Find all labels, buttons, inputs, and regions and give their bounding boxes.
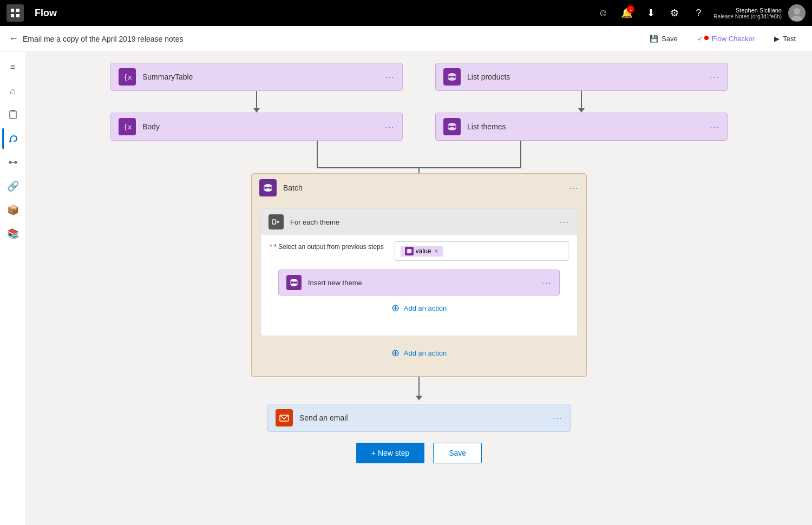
- token-remove[interactable]: ×: [434, 247, 438, 255]
- send-email-block[interactable]: Send an email ···: [267, 404, 571, 432]
- send-email-icon: [276, 409, 293, 426]
- user-info: Stephen Siciliano Release Notes (org3d1f…: [713, 7, 782, 19]
- svg-point-16: [448, 77, 456, 81]
- svg-rect-33: [272, 220, 276, 224]
- parallel-tracks: {x} SummaryTable ··· {x} Body: [67, 63, 771, 141]
- body-block[interactable]: {x} Body ···: [110, 113, 403, 141]
- value-token: value ×: [401, 246, 443, 257]
- foreach-token-input[interactable]: value ×: [395, 241, 568, 261]
- svg-point-9: [9, 161, 11, 164]
- svg-point-4: [794, 8, 800, 15]
- connector-1: [253, 91, 260, 113]
- svg-point-29: [264, 184, 272, 187]
- sidebar-item-clipboard[interactable]: [2, 104, 24, 126]
- insert-new-theme-block[interactable]: Insert new theme ···: [278, 270, 560, 296]
- svg-point-19: [448, 123, 456, 126]
- bell-icon[interactable]: 🔔 1: [618, 4, 636, 22]
- flow-checker-button[interactable]: ✓ Flow Checker: [690, 31, 762, 46]
- connector-2: [578, 91, 585, 113]
- back-button[interactable]: ←: [9, 33, 18, 44]
- svg-point-21: [448, 127, 456, 130]
- list-themes-title: List themes: [467, 122, 710, 131]
- svg-rect-2: [11, 14, 14, 17]
- svg-text:{x}: {x}: [123, 73, 132, 81]
- settings-icon[interactable]: ⚙: [666, 4, 683, 22]
- sidebar-item-library[interactable]: 📚: [2, 223, 24, 245]
- svg-rect-3: [16, 14, 19, 17]
- summary-table-icon: {x}: [119, 68, 136, 86]
- app-body: ≡ ⌂ 🔗 📦 📚 {x}: [0, 52, 812, 525]
- foreach-field-label: * * Select an output from previous steps: [270, 241, 384, 251]
- user-name: Stephen Siciliano: [736, 7, 782, 14]
- body-menu[interactable]: ···: [385, 122, 395, 131]
- svg-point-14: [448, 73, 456, 76]
- flow-canvas: {x} SummaryTable ··· {x} Body: [67, 63, 771, 463]
- flow-title: Email me a copy of the April 2019 releas…: [23, 35, 184, 43]
- sidebar-item-flows[interactable]: [2, 128, 24, 149]
- add-action-inner-button[interactable]: ⊕ Add an action: [270, 296, 568, 320]
- list-products-title: List products: [467, 73, 710, 81]
- save-icon: 💾: [650, 35, 658, 43]
- add-action-outer-button[interactable]: ⊕ Add an action: [252, 340, 586, 365]
- merge-connector: [230, 141, 608, 173]
- main-content: {x} SummaryTable ··· {x} Body: [26, 52, 812, 525]
- download-icon[interactable]: ⬇: [642, 4, 659, 22]
- send-email-title: Send an email: [299, 414, 553, 422]
- insert-menu[interactable]: ···: [542, 278, 552, 287]
- token-db-icon: [405, 247, 414, 255]
- sidebar-item-hamburger[interactable]: ≡: [2, 56, 24, 78]
- batch-title: Batch: [283, 183, 569, 192]
- add-action-outer-icon: ⊕: [391, 347, 400, 359]
- list-products-menu[interactable]: ···: [710, 73, 719, 81]
- connector-to-email: [392, 377, 446, 404]
- list-products-icon: [443, 68, 461, 86]
- sidebar-item-packages[interactable]: 📦: [2, 199, 24, 221]
- svg-rect-1: [16, 9, 19, 12]
- svg-point-38: [291, 279, 297, 282]
- new-step-button[interactable]: + New step: [356, 443, 424, 463]
- foreach-title: For each theme: [290, 218, 560, 226]
- user-org: Release Notes (org3d1fe8b): [713, 14, 782, 19]
- insert-icon: [286, 275, 302, 290]
- svg-rect-0: [11, 9, 14, 12]
- track-2: List products ··· List themes ···: [435, 63, 728, 141]
- svg-point-41: [291, 284, 297, 286]
- secondbar: ← Email me a copy of the April 2019 rele…: [0, 26, 812, 52]
- grid-icon[interactable]: [6, 4, 24, 22]
- summary-table-block[interactable]: {x} SummaryTable ···: [110, 63, 403, 91]
- foreach-body: * * Select an output from previous steps…: [261, 235, 577, 327]
- summary-table-menu[interactable]: ···: [385, 73, 395, 81]
- save-button[interactable]: 💾 Save: [642, 31, 685, 46]
- bottom-save-button[interactable]: Save: [433, 443, 482, 463]
- list-themes-block[interactable]: List themes ···: [435, 113, 728, 141]
- svg-rect-7: [11, 110, 15, 111]
- svg-text:{x}: {x}: [123, 123, 132, 131]
- list-themes-menu[interactable]: ···: [710, 122, 719, 131]
- svg-point-8: [9, 140, 11, 142]
- svg-rect-6: [10, 111, 16, 119]
- sidebar-item-home[interactable]: ⌂: [2, 80, 24, 102]
- svg-point-32: [264, 188, 272, 192]
- sidebar-item-connections[interactable]: [2, 152, 24, 173]
- send-email-menu[interactable]: ···: [553, 414, 562, 422]
- sidebar-item-link[interactable]: 🔗: [2, 175, 24, 197]
- foreach-container: For each theme ··· * * Select an output …: [260, 208, 578, 336]
- avatar[interactable]: [788, 4, 806, 22]
- summary-table-title: SummaryTable: [142, 73, 385, 81]
- batch-container: Batch ··· For each theme ···: [251, 173, 587, 377]
- foreach-header[interactable]: For each theme ···: [261, 209, 577, 235]
- sidebar: ≡ ⌂ 🔗 📦 📚: [0, 52, 26, 525]
- test-button[interactable]: ▶ Test: [767, 31, 803, 46]
- list-products-block[interactable]: List products ···: [435, 63, 728, 91]
- batch-header[interactable]: Batch ···: [252, 174, 586, 202]
- track-1: {x} SummaryTable ··· {x} Body: [110, 63, 403, 141]
- svg-point-34: [407, 249, 411, 251]
- foreach-menu[interactable]: ···: [560, 218, 569, 226]
- batch-menu[interactable]: ···: [569, 183, 579, 192]
- help-icon[interactable]: ?: [690, 4, 707, 22]
- smiley-icon[interactable]: ☺: [594, 4, 612, 22]
- foreach-icon: [269, 214, 284, 229]
- list-themes-icon: [443, 118, 461, 135]
- test-icon: ▶: [774, 35, 780, 43]
- bottom-buttons: + New step Save: [356, 443, 482, 463]
